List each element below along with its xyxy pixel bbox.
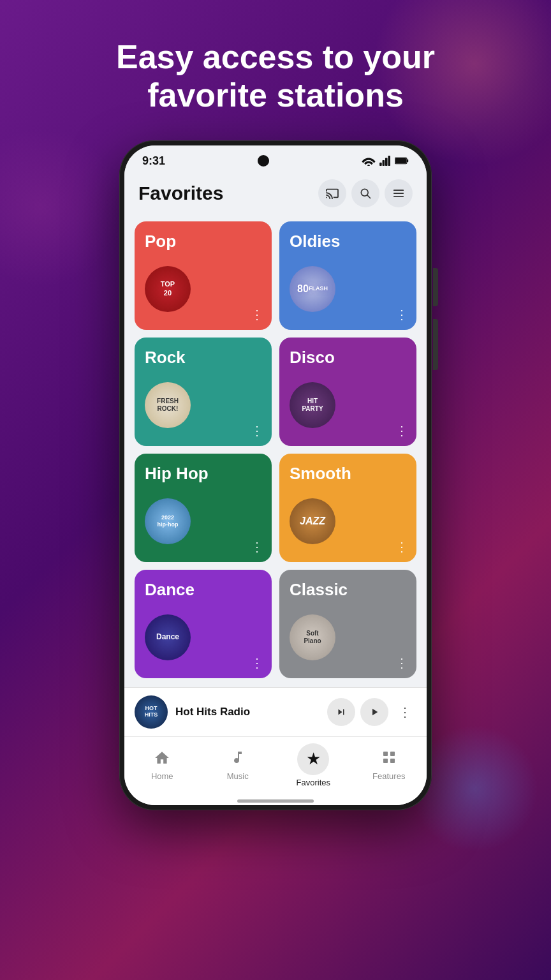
genre-label-pop: Pop bbox=[145, 232, 261, 251]
status-icons bbox=[362, 156, 409, 166]
genre-label-rock: Rock bbox=[145, 348, 261, 368]
station-card-pop[interactable]: Pop TOP20 ⋮ bbox=[135, 221, 272, 330]
station-card-oldies[interactable]: Oldies 80FLASH ⋮ bbox=[279, 221, 416, 330]
home-bar bbox=[237, 799, 314, 803]
more-button-disco[interactable]: ⋮ bbox=[395, 423, 409, 438]
status-bar: 9:31 bbox=[124, 145, 427, 173]
nav-label-features: Features bbox=[372, 771, 405, 781]
station-art-smooth: JAZZ bbox=[290, 498, 335, 544]
svg-rect-3 bbox=[385, 158, 388, 166]
station-art-hiphop: 2022hip-hop bbox=[145, 498, 191, 544]
more-button-pop[interactable]: ⋮ bbox=[251, 307, 264, 322]
skip-next-button[interactable] bbox=[327, 698, 355, 726]
station-art-disco: HITPARTY bbox=[290, 382, 335, 428]
signal-icon bbox=[379, 156, 391, 166]
home-indicator bbox=[124, 800, 427, 805]
genre-label-classic: Classic bbox=[290, 580, 406, 600]
content-area: Pop TOP20 ⋮ Oldies 80FLASH ⋮ Rock FRESHR… bbox=[124, 216, 427, 687]
station-card-disco[interactable]: Disco HITPARTY ⋮ bbox=[279, 338, 416, 446]
station-art-pop: TOP20 bbox=[145, 266, 191, 312]
bottom-navigation: Home Music ★ Favorites bbox=[124, 736, 427, 800]
headline: Easy access to your favorite stations bbox=[78, 38, 473, 115]
phone-screen: 9:31 bbox=[124, 145, 427, 805]
station-card-dance[interactable]: Dance Dance ⋮ bbox=[135, 570, 272, 678]
battery-icon bbox=[395, 156, 409, 165]
phone-frame: 9:31 bbox=[119, 140, 432, 810]
nav-item-favorites[interactable]: ★ Favorites bbox=[276, 743, 351, 787]
svg-rect-7 bbox=[395, 158, 406, 163]
nav-item-home[interactable]: Home bbox=[124, 750, 200, 781]
svg-rect-16 bbox=[390, 759, 395, 763]
play-pause-button[interactable] bbox=[360, 698, 388, 726]
app-title: Favorites bbox=[138, 182, 223, 204]
more-button-rock[interactable]: ⋮ bbox=[251, 423, 264, 438]
favorites-bg: ★ bbox=[297, 743, 329, 775]
more-button-dance[interactable]: ⋮ bbox=[251, 655, 264, 671]
station-card-smooth[interactable]: Smooth JAZZ ⋮ bbox=[279, 454, 416, 562]
status-time: 9:31 bbox=[142, 154, 165, 168]
station-art-classic: SoftPiano bbox=[290, 614, 335, 660]
now-playing-more-button[interactable]: ⋮ bbox=[393, 701, 416, 724]
app-header: Favorites bbox=[124, 173, 427, 216]
playback-controls: ⋮ bbox=[327, 698, 416, 726]
nav-item-features[interactable]: Features bbox=[351, 750, 427, 781]
header-action-buttons bbox=[318, 179, 413, 207]
svg-rect-1 bbox=[379, 163, 382, 166]
more-button-smooth[interactable]: ⋮ bbox=[395, 539, 409, 554]
now-playing-art: HOTHITS bbox=[135, 695, 168, 729]
camera-cutout bbox=[258, 155, 269, 167]
svg-rect-15 bbox=[383, 759, 388, 763]
station-art-rock: FRESHROCK! bbox=[145, 382, 191, 428]
more-button-hiphop[interactable]: ⋮ bbox=[251, 539, 264, 554]
genre-label-disco: Disco bbox=[290, 348, 406, 368]
svg-rect-14 bbox=[390, 752, 395, 756]
svg-rect-6 bbox=[407, 160, 408, 163]
menu-button[interactable] bbox=[385, 179, 413, 207]
genre-label-oldies: Oldies bbox=[290, 232, 406, 251]
nav-item-music[interactable]: Music bbox=[200, 750, 276, 781]
wifi-icon bbox=[362, 156, 376, 166]
stations-grid: Pop TOP20 ⋮ Oldies 80FLASH ⋮ Rock FRESHR… bbox=[135, 221, 416, 678]
station-card-rock[interactable]: Rock FRESHROCK! ⋮ bbox=[135, 338, 272, 446]
station-card-classic[interactable]: Classic SoftPiano ⋮ bbox=[279, 570, 416, 678]
bg-decoration-3 bbox=[0, 128, 121, 287]
nav-label-home: Home bbox=[151, 771, 173, 781]
music-icon bbox=[230, 750, 246, 769]
svg-line-9 bbox=[367, 195, 371, 198]
station-art-dance: Dance bbox=[145, 614, 191, 660]
features-icon bbox=[381, 750, 397, 769]
genre-label-dance: Dance bbox=[145, 580, 261, 600]
station-card-hiphop[interactable]: Hip Hop 2022hip-hop ⋮ bbox=[135, 454, 272, 562]
power-button bbox=[433, 268, 438, 306]
now-playing-title: Hot Hits Radio bbox=[175, 706, 320, 718]
svg-rect-13 bbox=[383, 752, 388, 756]
favorites-icon: ★ bbox=[306, 749, 321, 769]
phone-mockup: 9:31 bbox=[119, 140, 432, 810]
now-playing-bar: HOTHITS Hot Hits Radio ⋮ bbox=[124, 687, 427, 736]
nav-label-music: Music bbox=[227, 771, 249, 781]
nav-label-favorites: Favorites bbox=[297, 778, 330, 787]
more-button-classic[interactable]: ⋮ bbox=[395, 655, 409, 671]
volume-button bbox=[433, 319, 438, 370]
station-art-oldies: 80FLASH bbox=[290, 266, 335, 312]
genre-label-hiphop: Hip Hop bbox=[145, 464, 261, 484]
svg-rect-4 bbox=[388, 156, 390, 166]
svg-point-0 bbox=[367, 165, 370, 166]
genre-label-smooth: Smooth bbox=[290, 464, 406, 484]
search-button[interactable] bbox=[351, 179, 379, 207]
home-icon bbox=[154, 750, 170, 769]
svg-rect-2 bbox=[383, 160, 385, 166]
more-button-oldies[interactable]: ⋮ bbox=[395, 307, 409, 322]
cast-button[interactable] bbox=[318, 179, 346, 207]
